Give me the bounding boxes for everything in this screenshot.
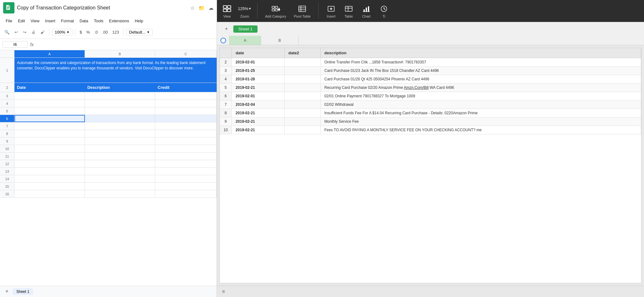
cell-10c[interactable] [155, 145, 217, 152]
menu-view[interactable]: View [28, 17, 42, 24]
cell-date2[interactable] [285, 126, 320, 134]
cell-8c[interactable] [155, 130, 217, 137]
add-category-tool[interactable]: Add Category [265, 4, 286, 18]
cell-5b[interactable] [85, 107, 155, 115]
cell-description[interactable]: Card Purchase 01/23 Jack IN The Box 1518… [320, 67, 641, 75]
cell-5a[interactable] [14, 107, 85, 115]
menu-edit[interactable]: Edit [15, 17, 27, 24]
cell-date[interactable]: 2019-02-21 [232, 84, 285, 92]
col-header-a[interactable]: A [14, 50, 85, 57]
cell-date[interactable]: 2019-02-04 [232, 100, 285, 109]
cell-description[interactable]: 02/02 Withdrawal [320, 100, 641, 109]
zoom-control[interactable]: 100% ▼ [52, 29, 72, 35]
cell-date2[interactable] [285, 117, 320, 126]
menu-format[interactable]: Format [58, 17, 76, 24]
col-header-b[interactable]: B [85, 50, 155, 57]
cell-description[interactable]: Insufficient Funds Fee For A $14.04 Recu… [320, 109, 641, 117]
cell-10b[interactable] [85, 145, 155, 152]
view-tool[interactable]: View [222, 4, 232, 18]
cell-3c[interactable] [155, 92, 217, 100]
menu-data[interactable]: Data [77, 17, 91, 24]
cell-date[interactable]: 2019-02-01 [232, 92, 285, 100]
time-tool[interactable]: Ti [379, 4, 389, 18]
cell-11b[interactable] [85, 153, 155, 160]
cell-date2[interactable] [285, 109, 320, 117]
cell-4c[interactable] [155, 100, 217, 107]
cell-10a[interactable] [14, 145, 85, 152]
decimal-decrease-btn[interactable]: .0 [92, 29, 100, 35]
cell-7a[interactable] [14, 122, 85, 130]
cell-7c[interactable] [155, 122, 217, 130]
cell-16b[interactable] [85, 190, 155, 197]
cell-6b[interactable] [85, 115, 155, 122]
cell-date2[interactable] [285, 84, 320, 92]
zoom-tool[interactable]: 125% ▼ Zoom [240, 4, 250, 18]
cell-13c[interactable] [155, 168, 217, 175]
paint-format-button[interactable]: 🖌 [39, 29, 47, 36]
cell-date[interactable]: 2019-02-21 [232, 126, 285, 134]
cell-date2[interactable] [285, 100, 320, 109]
font-selector[interactable]: Default... ▼ [126, 29, 153, 35]
redo-button[interactable]: ↪ [21, 29, 28, 36]
cell-description[interactable]: 02/01 Online Payment 7901788327 To Mortg… [320, 92, 641, 100]
pivot-table-tool[interactable]: Pivot Table [294, 4, 311, 18]
cell-9c[interactable] [155, 138, 217, 145]
cell-15c[interactable] [155, 183, 217, 190]
cell-14a[interactable] [14, 175, 85, 182]
cell-date2[interactable] [285, 75, 320, 84]
decimal-increase-btn[interactable]: .00 [100, 29, 110, 35]
cell-11c[interactable] [155, 153, 217, 160]
cell-5c[interactable] [155, 107, 217, 115]
menu-extensions[interactable]: Extensions [107, 17, 132, 24]
cell-12b[interactable] [85, 160, 155, 167]
cell-13a[interactable] [14, 168, 85, 175]
currency-btn[interactable]: $ [78, 29, 84, 35]
cell-6c[interactable] [155, 115, 217, 122]
cell-date2[interactable] [285, 92, 320, 100]
cell-description[interactable]: Online Transfer From Chk ...1858 Transac… [320, 58, 641, 67]
cell-15a[interactable] [14, 183, 85, 190]
sheet-tab-1[interactable]: Sheet 1 [13, 288, 33, 295]
cell-7b[interactable] [85, 122, 155, 130]
print-button[interactable]: 🖨 [30, 29, 37, 36]
folder-icon[interactable]: 📁 [198, 5, 205, 11]
cell-3a[interactable] [14, 92, 85, 100]
cell-9b[interactable] [85, 138, 155, 145]
cell-date2[interactable] [285, 67, 320, 75]
cell-11a[interactable] [14, 153, 85, 160]
star-icon[interactable]: ☆ [190, 5, 195, 11]
cell-12c[interactable] [155, 160, 217, 167]
cell-date[interactable]: 2019-02-21 [232, 117, 285, 126]
cell-date[interactable]: 2019-01-28 [232, 75, 285, 84]
number-format-btn[interactable]: 123 [110, 29, 121, 35]
cell-description[interactable]: Fees TO AVOID PAYING A MONTHLY SERVICE F… [320, 126, 641, 134]
cell-16a[interactable] [14, 190, 85, 197]
formula-input[interactable] [36, 42, 214, 47]
cell-date[interactable]: 2019-02-21 [232, 109, 285, 117]
search-button[interactable]: 🔍 [3, 29, 11, 36]
cell-description[interactable]: Card Purchase 01/26 Qt 425 05004254 Phoe… [320, 75, 641, 84]
cell-4b[interactable] [85, 100, 155, 107]
cloud-icon[interactable]: ☁ [208, 5, 214, 11]
cell-date[interactable]: 2019-01-25 [232, 67, 285, 75]
cell-16c[interactable] [155, 190, 217, 197]
cell-3b[interactable] [85, 92, 155, 100]
percent-btn[interactable]: % [84, 29, 92, 35]
right-add-sheet-button[interactable]: + [222, 24, 231, 33]
add-sheet-button[interactable]: + [3, 287, 11, 296]
cell-4a[interactable] [14, 100, 85, 107]
menu-tools[interactable]: Tools [91, 17, 106, 24]
cell-8b[interactable] [85, 130, 155, 137]
cell-9a[interactable] [14, 138, 85, 145]
cell-12a[interactable] [14, 160, 85, 167]
table-tool[interactable]: Table [344, 4, 354, 18]
cell-14b[interactable] [85, 175, 155, 182]
cell-8a[interactable] [14, 130, 85, 137]
cell-6a-selected[interactable] [14, 115, 85, 122]
cell-14c[interactable] [155, 175, 217, 182]
cell-date2[interactable] [285, 58, 320, 67]
cell-description[interactable]: Monthly Service Fee [320, 117, 641, 126]
right-col-header-b[interactable]: B [261, 36, 299, 45]
menu-help[interactable]: Help [132, 17, 146, 24]
cell-15b[interactable] [85, 183, 155, 190]
